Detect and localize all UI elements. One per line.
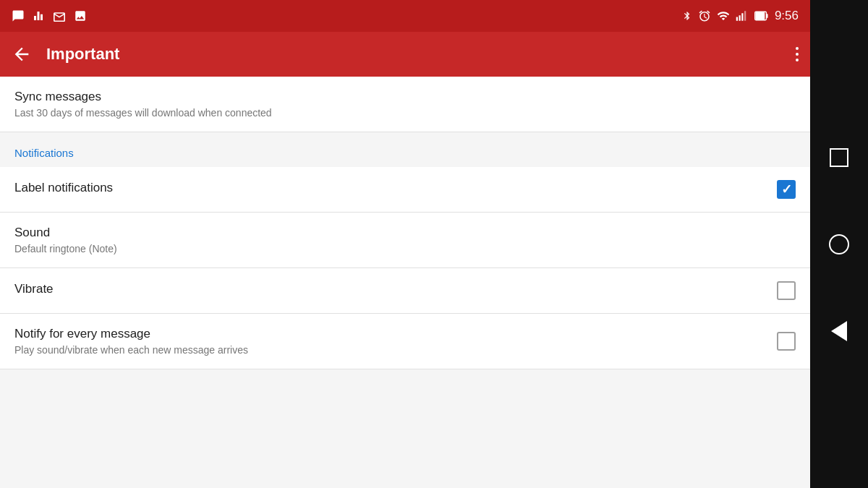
alarm-icon [698, 9, 711, 22]
notify-every-message-subtitle: Play sound/vibrate when each new message… [14, 344, 248, 356]
equalizer-icon [32, 9, 45, 22]
settings-content: Sync messages Last 30 days of messages w… [0, 77, 810, 488]
back-button[interactable] [12, 44, 32, 64]
svg-rect-0 [736, 17, 738, 21]
status-icons-right: 9:56 [682, 9, 799, 23]
svg-rect-1 [739, 15, 740, 21]
status-icons-left [12, 9, 87, 22]
square-button[interactable] [825, 143, 854, 172]
back-nav-button[interactable] [825, 317, 854, 346]
notify-every-message-text: Notify for every message Play sound/vibr… [14, 327, 248, 356]
status-time: 9:56 [775, 9, 799, 23]
notifications-label: Notifications [14, 147, 74, 159]
vibrate-item[interactable]: Vibrate [0, 268, 810, 314]
app-bar-title: Important [46, 45, 796, 64]
app-bar: Important [0, 32, 810, 77]
more-options-button[interactable] [796, 47, 799, 61]
image-icon [74, 9, 87, 22]
notify-every-message-checkbox[interactable] [777, 332, 796, 351]
svg-rect-6 [755, 12, 765, 20]
chat-icon [12, 9, 25, 22]
home-button[interactable] [825, 230, 854, 259]
sync-messages-subtitle: Last 30 days of messages will download w… [14, 107, 796, 119]
label-notifications-title: Label notifications [14, 181, 113, 195]
nav-bar [810, 0, 868, 488]
status-bar: 9:56 [0, 0, 810, 32]
vibrate-title: Vibrate [14, 282, 54, 296]
sync-messages-item[interactable]: Sync messages Last 30 days of messages w… [0, 77, 810, 132]
label-notifications-checkbox[interactable]: ✓ [777, 180, 796, 199]
notify-every-message-item[interactable]: Notify for every message Play sound/vibr… [0, 314, 810, 369]
sound-title: Sound [14, 226, 796, 240]
square-icon [830, 148, 848, 167]
svg-rect-2 [741, 13, 743, 21]
sync-messages-title: Sync messages [14, 90, 796, 104]
notify-every-message-title: Notify for every message [14, 327, 248, 341]
gmail-icon [52, 10, 67, 22]
vibrate-text: Vibrate [14, 282, 54, 299]
battery-icon [754, 9, 769, 22]
triangle-icon [831, 321, 847, 341]
label-notifications-item[interactable]: Label notifications ✓ [0, 167, 810, 213]
vibrate-checkbox[interactable] [777, 281, 796, 300]
bluetooth-icon [682, 9, 692, 22]
dot3 [796, 59, 799, 61]
notifications-section-header: Notifications [0, 132, 810, 167]
dot2 [796, 53, 799, 56]
sound-subtitle: Default ringtone (Note) [14, 243, 796, 254]
sound-item[interactable]: Sound Default ringtone (Note) [0, 213, 810, 268]
checkmark-icon: ✓ [781, 183, 792, 196]
dot1 [796, 47, 799, 50]
label-notifications-text: Label notifications [14, 181, 113, 198]
wifi-icon [717, 9, 730, 22]
svg-rect-5 [766, 14, 767, 18]
signal-icon [736, 9, 749, 22]
svg-rect-3 [744, 11, 746, 21]
circle-icon [829, 234, 849, 254]
